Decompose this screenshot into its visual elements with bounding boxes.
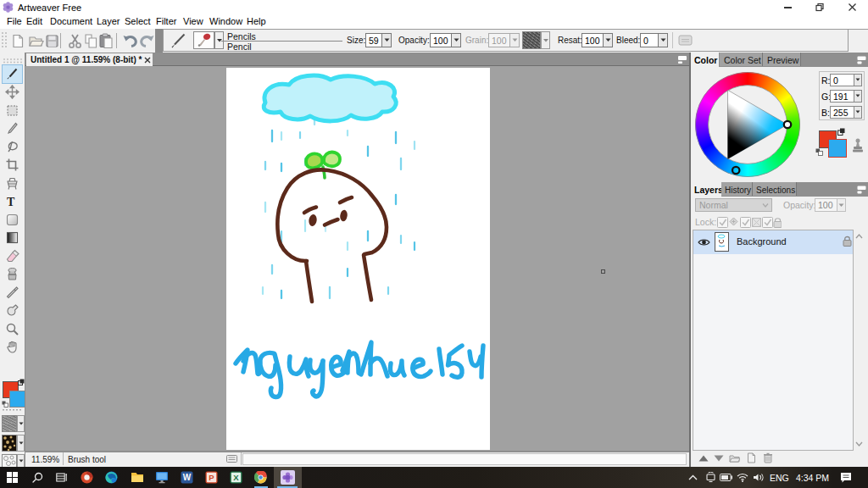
svg-text:W: W	[183, 473, 192, 482]
svg-text:P: P	[209, 473, 214, 482]
svg-text:X: X	[233, 473, 239, 482]
